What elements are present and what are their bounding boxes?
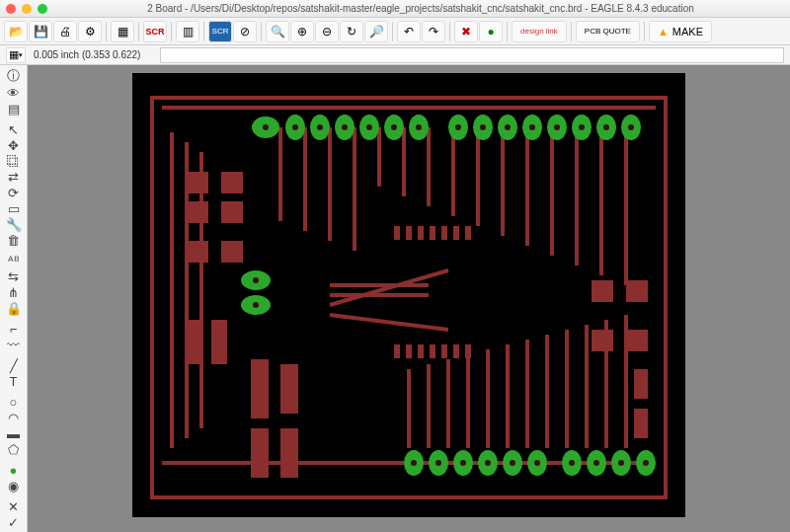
svg-point-80 [485, 460, 491, 466]
svg-rect-16 [626, 330, 648, 351]
make-button[interactable]: ▲MAKE [649, 21, 712, 42]
svg-point-68 [480, 124, 486, 130]
hole-tool[interactable]: ◉ [2, 479, 26, 494]
board-button[interactable]: ▦ [111, 21, 134, 42]
svg-rect-5 [187, 241, 208, 263]
svg-point-64 [366, 124, 372, 130]
copy-tool[interactable]: ⿻ [2, 154, 26, 169]
separator [507, 22, 508, 41]
svg-rect-26 [394, 344, 400, 358]
maximize-icon[interactable] [38, 4, 47, 14]
arc-tool[interactable]: ◠ [2, 411, 26, 425]
via-tool[interactable]: ● [2, 463, 26, 478]
separator [203, 22, 204, 41]
svg-point-70 [529, 124, 535, 130]
svg-rect-2 [187, 201, 208, 223]
open-button[interactable]: 📂 [4, 21, 28, 42]
svg-rect-19 [394, 226, 400, 240]
separator [449, 22, 450, 41]
svg-point-78 [435, 460, 441, 466]
ratsnest-tool[interactable]: ✕ [2, 499, 26, 514]
polygon-tool[interactable]: ⬠ [2, 442, 26, 457]
svg-point-74 [628, 124, 634, 130]
zoom-in-button[interactable]: ⊕ [290, 21, 314, 42]
svg-point-81 [510, 460, 515, 466]
svg-rect-25 [465, 226, 471, 240]
svg-point-69 [505, 124, 511, 130]
title-bar: 2 Board - /Users/Di/Desktop/repos/satsha… [0, 0, 790, 18]
script-button[interactable]: SCR [143, 21, 167, 42]
svg-rect-20 [406, 226, 412, 240]
make-label: MAKE [672, 26, 703, 38]
zoom-select-button[interactable]: 🔎 [364, 21, 388, 42]
svg-rect-15 [592, 330, 613, 351]
main-area: ⓘ 👁 ▤ ↖ ✥ ⿻ ⇄ ⟳ ▭ 🔧 🗑 ᴬᴮ ⇆ ⋔ 🔒 ⌐ 〰 ╱ T ○… [0, 65, 790, 532]
separator [171, 22, 172, 41]
name-tool[interactable]: ᴬᴮ [2, 254, 26, 268]
left-toolbar: ⓘ 👁 ▤ ↖ ✥ ⿻ ⇄ ⟳ ▭ 🔧 🗑 ᴬᴮ ⇆ ⋔ 🔒 ⌐ 〰 ╱ T ○… [0, 65, 28, 532]
svg-rect-32 [465, 344, 471, 358]
design-link-button[interactable]: design link [512, 21, 567, 42]
route-tool[interactable]: ⌐ [2, 322, 26, 337]
svg-point-65 [391, 124, 397, 130]
split-tool[interactable]: ⋔ [2, 285, 26, 300]
svg-rect-7 [187, 320, 202, 364]
delete-tool[interactable]: 🗑 [2, 233, 26, 248]
rotate-tool[interactable]: ⟳ [2, 186, 26, 200]
scr2-button[interactable]: SCR [208, 21, 232, 42]
zoom-out-button[interactable]: ⊖ [315, 21, 339, 42]
svg-point-60 [263, 124, 269, 130]
pinswap-tool[interactable]: ⇆ [2, 269, 26, 284]
window-controls [6, 4, 47, 14]
separator [138, 22, 139, 41]
main-toolbar: 📂 💾 🖨 ⚙ ▦ SCR ▥ SCR ⊘ 🔍 ⊕ ⊖ ↻ 🔎 ↶ ↷ ✖ ● … [0, 18, 790, 45]
ulp-button[interactable]: ▥ [176, 21, 199, 42]
canvas-area[interactable] [28, 65, 790, 532]
command-input[interactable] [160, 47, 784, 63]
svg-point-79 [460, 460, 466, 466]
mirror-tool[interactable]: ⇄ [2, 170, 26, 185]
save-button[interactable]: 💾 [29, 21, 52, 42]
move-tool[interactable]: ✥ [2, 138, 26, 153]
svg-rect-14 [626, 280, 648, 302]
stop-button[interactable]: ⊘ [233, 21, 257, 42]
text-tool[interactable]: T [2, 374, 26, 389]
minimize-icon[interactable] [22, 4, 32, 14]
go-button[interactable]: ● [479, 21, 503, 42]
zoom-fit-button[interactable]: 🔍 [266, 21, 289, 42]
svg-rect-31 [453, 344, 459, 358]
ripup-tool[interactable]: 〰 [2, 338, 26, 352]
window-title: 2 Board - /Users/Di/Desktop/repos/satsha… [57, 3, 784, 14]
zoom-redraw-button[interactable]: ↻ [340, 21, 363, 42]
change-tool[interactable]: 🔧 [2, 217, 26, 232]
undo-button[interactable]: ↶ [397, 21, 421, 42]
show-tool[interactable]: 👁 [2, 86, 26, 101]
svg-rect-4 [221, 201, 243, 223]
svg-rect-9 [251, 359, 269, 418]
svg-point-84 [593, 460, 599, 466]
pcb-board[interactable] [132, 73, 685, 517]
close-icon[interactable] [6, 4, 16, 14]
svg-rect-8 [211, 320, 227, 364]
circle-tool[interactable]: ○ [2, 395, 26, 410]
info-tool[interactable]: ⓘ [2, 67, 26, 85]
print-button[interactable]: 🖨 [53, 21, 77, 42]
cancel-button[interactable]: ✖ [454, 21, 478, 42]
grid-button[interactable]: ▦▾ [6, 47, 26, 63]
svg-rect-18 [634, 409, 648, 438]
select-tool[interactable]: ↖ [2, 122, 26, 137]
svg-rect-17 [634, 369, 648, 399]
wire-tool[interactable]: ╱ [2, 358, 26, 373]
display-tool[interactable]: ▤ [2, 102, 26, 116]
svg-point-67 [455, 124, 461, 130]
svg-rect-22 [430, 226, 435, 240]
rect-tool[interactable]: ▬ [2, 426, 26, 441]
redo-button[interactable]: ↷ [422, 21, 445, 42]
lock-tool[interactable]: 🔒 [2, 301, 26, 316]
cam-button[interactable]: ⚙ [78, 21, 102, 42]
svg-rect-13 [592, 280, 613, 302]
svg-point-61 [292, 124, 298, 130]
pcb-quote-button[interactable]: PCB QUOTE [576, 21, 640, 42]
drc-tool[interactable]: ✓ [2, 515, 26, 530]
group-tool[interactable]: ▭ [2, 201, 26, 216]
